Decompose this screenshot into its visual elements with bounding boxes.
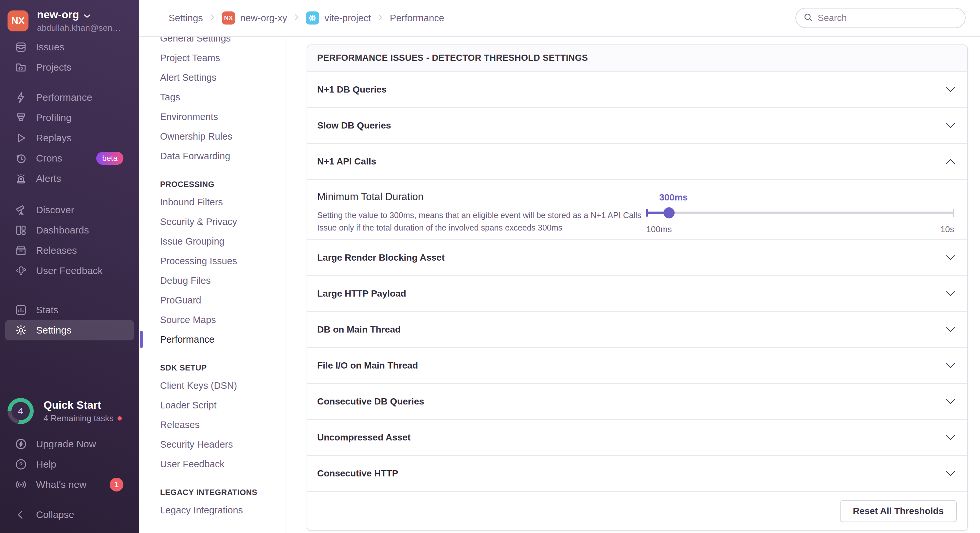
- sidebar-item-upgrade-now[interactable]: Upgrade Now: [0, 434, 139, 454]
- org-email: abdullah.khan@sen…: [37, 23, 121, 33]
- settings-nav-item-project-teams[interactable]: Project Teams: [139, 48, 285, 68]
- quick-start-widget[interactable]: 4 Quick Start 4 Remaining tasks: [0, 398, 139, 424]
- chevron-down-icon: [946, 398, 955, 405]
- sidebar-item-label: Alerts: [36, 173, 61, 184]
- sidebar-item-label: Upgrade Now: [36, 438, 96, 450]
- settings-nav-section-legacy: LEGACY INTEGRATIONS: [139, 482, 285, 500]
- sidebar-item-issues[interactable]: Issues: [0, 37, 139, 57]
- detector-row-db-on-main-thread[interactable]: DB on Main Thread: [307, 311, 967, 347]
- search-box[interactable]: [795, 8, 966, 28]
- settings-nav-item-user-feedback[interactable]: User Feedback: [139, 454, 285, 474]
- detector-row-n1-api-calls[interactable]: N+1 API Calls: [307, 143, 967, 179]
- panel-title: PERFORMANCE ISSUES - DETECTOR THRESHOLD …: [307, 45, 967, 71]
- reset-all-thresholds-button[interactable]: Reset All Thresholds: [840, 500, 957, 522]
- settings-nav-item-client-keys[interactable]: Client Keys (DSN): [139, 376, 285, 395]
- sidebar-group-collapse: Collapse: [0, 504, 139, 525]
- sidebar-item-label: Releases: [36, 245, 77, 256]
- detector-row-large-render-blocking-asset[interactable]: Large Render Blocking Asset: [307, 240, 967, 275]
- dashboards-icon: [14, 224, 27, 237]
- svg-text:?: ?: [19, 461, 23, 468]
- threshold-settings-panel: PERFORMANCE ISSUES - DETECTOR THRESHOLD …: [307, 44, 968, 531]
- sidebar-item-dashboards[interactable]: Dashboards: [0, 220, 139, 240]
- sidebar-group-observe: Performance Profiling Replays Crons bet: [0, 87, 139, 189]
- search-input[interactable]: [818, 13, 958, 23]
- sidebar-item-discover[interactable]: Discover: [0, 200, 139, 220]
- settings-nav-item-alert-settings[interactable]: Alert Settings: [139, 68, 285, 87]
- chevron-right-icon: [378, 13, 383, 24]
- settings-nav-item-ownership-rules[interactable]: Ownership Rules: [139, 127, 285, 146]
- collapse-button[interactable]: Collapse: [0, 504, 139, 525]
- help-icon: ?: [14, 458, 27, 471]
- settings-nav-item-security-privacy[interactable]: Security & Privacy: [139, 212, 285, 232]
- settings-nav-item-proguard[interactable]: ProGuard: [139, 290, 285, 310]
- sidebar-group-footer: Upgrade Now ? Help What's new 1: [0, 434, 139, 495]
- slider-track[interactable]: [646, 211, 954, 214]
- chevron-down-icon: [946, 363, 955, 368]
- whats-new-icon: [14, 478, 27, 491]
- settings-nav-item-issue-grouping[interactable]: Issue Grouping: [139, 232, 285, 251]
- search-icon: [803, 13, 813, 24]
- sidebar-item-releases[interactable]: Releases: [0, 240, 139, 261]
- sidebar-item-settings[interactable]: Settings: [5, 320, 134, 340]
- settings-nav-item-performance[interactable]: Performance: [139, 330, 285, 349]
- profiling-icon: [14, 111, 27, 124]
- settings-nav-item-releases[interactable]: Releases: [139, 415, 285, 435]
- settings-icon: [14, 324, 27, 337]
- sidebar-item-label: Profiling: [36, 112, 72, 123]
- sidebar-item-label: Issues: [36, 41, 64, 52]
- detector-row-consecutive-http[interactable]: Consecutive HTTP: [307, 455, 967, 491]
- sidebar-item-projects[interactable]: Projects: [0, 57, 139, 78]
- breadcrumb-project[interactable]: vite-project: [306, 11, 371, 25]
- detector-row-consecutive-db-queries[interactable]: Consecutive DB Queries: [307, 383, 967, 419]
- settings-nav-item-data-forwarding[interactable]: Data Forwarding: [139, 146, 285, 166]
- sidebar-item-help[interactable]: ? Help: [0, 454, 139, 474]
- threshold-description: Setting the value to 300ms, means that a…: [317, 209, 646, 234]
- settings-nav-item-environments[interactable]: Environments: [139, 107, 285, 127]
- settings-nav-item-legacy-integrations[interactable]: Legacy Integrations: [139, 500, 285, 520]
- sidebar-item-alerts[interactable]: Alerts: [0, 168, 139, 189]
- crons-icon: [14, 152, 27, 165]
- sidebar-item-label: Help: [36, 459, 56, 470]
- slider-max-label: 10s: [940, 224, 954, 235]
- duration-slider[interactable]: 300ms: [646, 207, 954, 219]
- settings-nav-item-source-maps[interactable]: Source Maps: [139, 310, 285, 330]
- releases-icon: [14, 244, 27, 257]
- slider-thumb[interactable]: [663, 207, 675, 219]
- settings-nav-item-tags[interactable]: Tags: [139, 87, 285, 107]
- sidebar-item-replays[interactable]: Replays: [0, 128, 139, 148]
- sidebar-item-whats-new[interactable]: What's new 1: [0, 474, 139, 495]
- detector-row-file-io-on-main-thread[interactable]: File I/O on Main Thread: [307, 347, 967, 383]
- detector-row-uncompressed-asset[interactable]: Uncompressed Asset: [307, 419, 967, 455]
- chevron-down-icon: [946, 471, 955, 476]
- sidebar-item-crons[interactable]: Crons beta: [0, 148, 139, 168]
- detector-row-slow-db-queries[interactable]: Slow DB Queries: [307, 107, 967, 143]
- sidebar-item-performance[interactable]: Performance: [0, 87, 139, 108]
- slider-max-tick: [953, 209, 954, 217]
- settings-nav-item-loader-script[interactable]: Loader Script: [139, 395, 285, 415]
- issues-icon: [14, 41, 27, 54]
- org-switcher[interactable]: NX new-org abdullah.khan@sen…: [0, 0, 139, 33]
- sidebar-item-user-feedback[interactable]: User Feedback: [0, 261, 139, 281]
- settings-nav-item-debug-files[interactable]: Debug Files: [139, 271, 285, 290]
- breadcrumb-org[interactable]: NX new-org-xy: [222, 11, 287, 25]
- sidebar-item-label: Stats: [36, 305, 58, 316]
- quick-start-title: Quick Start: [43, 399, 122, 411]
- chevron-down-icon: [946, 87, 955, 92]
- settings-nav-item-inbound-filters[interactable]: Inbound Filters: [139, 192, 285, 212]
- detector-row-large-http-payload[interactable]: Large HTTP Payload: [307, 275, 967, 311]
- chevron-right-icon: [210, 13, 215, 24]
- sidebar-item-label: User Feedback: [36, 265, 102, 276]
- breadcrumb-settings[interactable]: Settings: [169, 13, 203, 24]
- detector-row-n1-db-queries[interactable]: N+1 DB Queries: [307, 71, 967, 107]
- sidebar-item-label: Crons: [36, 153, 62, 164]
- sidebar-item-stats[interactable]: Stats: [0, 300, 139, 320]
- sidebar-item-profiling[interactable]: Profiling: [0, 108, 139, 128]
- settings-nav-item-processing-issues[interactable]: Processing Issues: [139, 251, 285, 271]
- main-content: PERFORMANCE ISSUES - DETECTOR THRESHOLD …: [285, 36, 980, 533]
- threshold-label: Minimum Total Duration: [317, 191, 646, 203]
- react-project-icon: [306, 11, 319, 25]
- settings-nav-section-processing: PROCESSING: [139, 174, 285, 192]
- sidebar-item-label: What's new: [36, 479, 86, 490]
- settings-nav-item-security-headers[interactable]: Security Headers: [139, 435, 285, 454]
- n1-api-calls-detail: Minimum Total Duration Setting the value…: [307, 179, 967, 240]
